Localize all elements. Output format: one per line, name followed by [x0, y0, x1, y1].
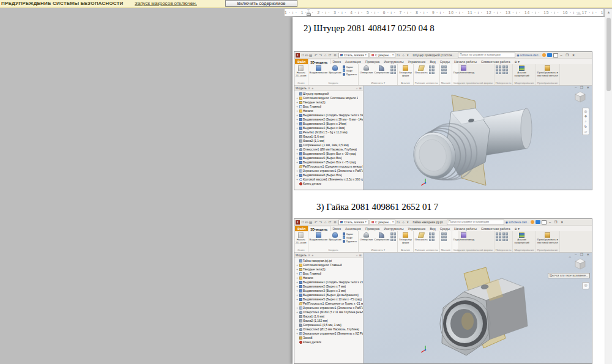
ribbon-icon-grid[interactable] [390, 65, 396, 74]
browser-tree-item[interactable]: Фаска1 (1,6 мм) [294, 314, 363, 319]
expand-icon[interactable]: + [296, 101, 299, 104]
ribbon-button[interactable]: Отверстие [360, 232, 373, 242]
ribbon-icon-grid[interactable] [441, 65, 447, 74]
ribbon-tab[interactable]: Управление [406, 59, 428, 64]
expand-icon[interactable]: + [296, 272, 299, 275]
ribbon-button[interactable]: Выдавливание [310, 65, 328, 75]
macros-disabled-link[interactable]: Запуск макросов отключен. [135, 1, 197, 6]
browser-tree-item[interactable]: +Выдавливание6 (Вырез Все) [294, 156, 363, 160]
ribbon-tab[interactable]: Проверка [363, 59, 381, 64]
expand-icon[interactable]: + [296, 161, 299, 164]
ribbon-icon-grid[interactable] [441, 232, 447, 241]
close-icon[interactable]: ✕ [308, 253, 310, 257]
expand-icon[interactable]: + [296, 97, 299, 100]
ribbon-button[interactable]: Вращение [329, 65, 341, 75]
orbit-icon[interactable]: ↻ [584, 125, 588, 128]
browser-tree-item[interactable]: РабПлоскость1 (Смещение от Грань x -21 м… [294, 302, 363, 306]
ribbon-button[interactable]: Генератор форм [399, 65, 412, 78]
ribbon-icon-grid[interactable] [429, 65, 435, 74]
ribbon-tab[interactable]: Управление [406, 226, 428, 231]
browser-tree-item[interactable]: +Твердые тела(1) [294, 100, 363, 105]
quick-access-toolbar-icons[interactable]: 🗋🗁▤ ↶ ↷ ⌂ ⟳ ⚙ [301, 220, 337, 224]
store-icon[interactable] [553, 53, 558, 58]
browser-tree-item[interactable]: Фаска2 (1,162 мм) [294, 319, 363, 323]
ribbon-tab[interactable]: Начало работы [452, 59, 479, 64]
expand-icon[interactable]: + [296, 281, 299, 284]
ribbon-button[interactable]: Выдавливание [310, 232, 328, 242]
ribbon-small-button[interactable]: Сдвиг [343, 232, 357, 236]
ribbon-tab[interactable]: Эскиз [330, 226, 343, 231]
user-account-button[interactable]: ◉soboleva.dari... [517, 53, 540, 57]
browser-tree-item[interactable]: Гайка накидная.ipj.ipt [294, 259, 363, 263]
navigation-wheel-icon[interactable]: ◎ [582, 282, 589, 289]
browser-tree-item[interactable]: Фаска2 (1,1 мм) [294, 139, 363, 143]
ribbon-tab[interactable]: Среды [438, 226, 452, 231]
help-search-input[interactable]: Поиск по справке и командам [458, 53, 515, 58]
expand-icon[interactable]: + [296, 110, 299, 113]
indent-marker[interactable] [307, 9, 311, 17]
browser-tree-item[interactable]: +Состояния модели: Состояние модели 1 [294, 96, 363, 100]
ribbon-tab[interactable]: Аннотация [343, 226, 364, 231]
ribbon-button[interactable]: Генератор форм [399, 232, 412, 245]
document-window-controls[interactable]: ‒ ❐ ✕ [575, 253, 591, 256]
search-icon[interactable]: ⌕ [356, 86, 358, 91]
browser-tree-item[interactable]: Фаска1 (1,6 мм) [294, 135, 363, 139]
expand-icon[interactable]: + [296, 118, 299, 121]
browser-tree-item[interactable]: +Выдавливание5 (Вырез x 10 мм x -75 град… [294, 297, 363, 302]
ribbon-tab[interactable]: ⊕ ▾ [512, 59, 521, 64]
window-controls[interactable]: – ❐ ✕ [561, 53, 577, 57]
appearance-dropdown[interactable]: С умерен...▾ [370, 53, 395, 58]
ribbon-button[interactable]: Анализ напряжений [514, 65, 529, 78]
ribbon-tab[interactable]: Совместная работа [479, 226, 512, 231]
expand-icon[interactable]: + [296, 268, 299, 271]
expand-icon[interactable]: + [296, 285, 299, 288]
add-tab-icon[interactable]: + [312, 253, 313, 257]
ribbon-small-button[interactable]: Лофт [343, 236, 357, 239]
look-at-icon[interactable]: ▱ [584, 130, 587, 133]
ribbon-tab[interactable]: 3D-модель [308, 226, 330, 231]
ribbon-tab[interactable]: Вид [428, 226, 438, 231]
browser-tree-item[interactable]: Резьба1 (M18x1.5 - 6g x 11,0 мм) [294, 130, 363, 135]
ribbon-button[interactable]: Начать 2D-эскиз [296, 232, 307, 245]
ribbon-icon-grid[interactable] [390, 232, 396, 241]
appearance-dropdown[interactable]: С умерен...▾ [370, 220, 395, 225]
ribbon-tab[interactable]: Совместная работа [479, 59, 512, 64]
window-controls[interactable]: – ❐ ✕ [549, 220, 565, 224]
expand-icon[interactable]: + [296, 148, 299, 151]
ribbon-tab[interactable]: Файл [295, 59, 308, 64]
browser-tree-item[interactable]: +Выдавливание1 (Создать твердое тело x 2… [294, 280, 363, 284]
browser-tree-item[interactable]: Эскиз8 [294, 336, 363, 340]
full-navigation-wheel-icon[interactable]: ◎ [584, 110, 588, 113]
browser-tree-item[interactable]: +Выдавливание1 (Создать твердое тело x 3… [294, 113, 363, 117]
3d-viewport[interactable]: ‒ ❐ ✕⌂Щелчок или перетаскивание...◎ [364, 253, 592, 364]
browser-tree-item[interactable]: +Выдавливание3 (Вырез x 14мм) [294, 122, 363, 126]
browser-tree-item[interactable]: +Зеркальное отражение1 (Элементы x РабПл… [294, 306, 363, 310]
ribbon-tab[interactable]: Файл [295, 226, 308, 231]
ribbon-button[interactable]: Параллелепипед [453, 232, 474, 242]
browser-tree-item[interactable]: +Зеркальное отражение1 (Элементы x РабПл… [294, 169, 363, 173]
trial-badge-icon[interactable] [536, 220, 540, 224]
expand-icon[interactable]: + [296, 306, 299, 310]
browser-tree-item[interactable]: +Отверстие1 (M18x1,5 x 11 мм Глубина рез… [294, 310, 363, 314]
expand-icon[interactable]: + [296, 157, 299, 160]
ribbon-tab[interactable]: Аннотация [343, 59, 364, 64]
ribbon-button[interactable]: Плоскость [415, 232, 428, 242]
store-icon[interactable] [542, 220, 547, 225]
view-cube[interactable] [573, 90, 586, 106]
scrollbar-thumb[interactable] [606, 18, 611, 91]
search-icon[interactable]: ⌕ [356, 253, 358, 258]
ribbon-button[interactable]: Параллелепипед [453, 65, 474, 75]
ribbon-tab[interactable]: ⊕ ▾ [512, 226, 521, 231]
zoom-icon[interactable]: ⌕ [584, 119, 586, 124]
ribbon-button[interactable]: Вращение [329, 232, 341, 242]
ribbon-button[interactable]: Преобразовать в листовой металл [537, 232, 558, 245]
browser-tree-item[interactable]: +Выдавливание5 (Вырез Все x -30 град) [294, 152, 363, 156]
browser-tree-item[interactable]: +Отверстие2 (Ø1,5 мм Насквозь, Глубина) [294, 327, 363, 332]
expand-icon[interactable]: + [296, 127, 299, 130]
expand-icon[interactable]: + [296, 328, 299, 331]
fx-parameters-button[interactable]: fx [397, 53, 400, 57]
user-account-button[interactable]: ◉soboleva.dari... [506, 220, 529, 224]
ribbon-button[interactable]: Анализ напряжений [514, 232, 529, 245]
expand-icon[interactable]: + [296, 311, 299, 314]
expand-icon[interactable]: + [296, 294, 299, 297]
